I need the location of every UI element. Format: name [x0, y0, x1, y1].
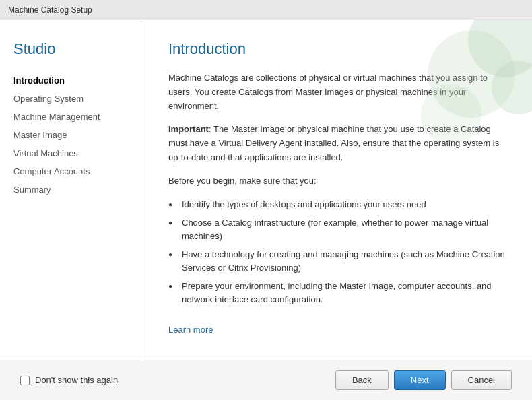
bullet-section: Before you begin, make sure that you: Id… [168, 174, 505, 308]
before-text: Before you begin, make sure that you: [168, 174, 505, 189]
main-content: Introduction Machine Catalogs are collec… [141, 20, 532, 360]
sidebar-item-virtual-machines[interactable]: Virtual Machines [0, 144, 141, 162]
sidebar-item-computer-accounts[interactable]: Computer Accounts [0, 162, 141, 180]
bullet-item: Choose a Catalog infrastructure (for exa… [168, 213, 505, 245]
dont-show-label: Don't show this again [35, 375, 118, 385]
important-paragraph: Important: The Master Image or physical … [168, 123, 505, 164]
sidebar-item-machine-management[interactable]: Machine Management [0, 108, 141, 126]
dont-show-checkbox-label[interactable]: Don't show this again [20, 375, 118, 385]
cancel-button[interactable]: Cancel [451, 370, 512, 390]
sidebar-nav: IntroductionOperating SystemMachine Mana… [0, 71, 141, 199]
intro-paragraph-1: Machine Catalogs are collections of phys… [168, 71, 505, 113]
page-title: Introduction [168, 40, 505, 58]
sidebar-item-summary[interactable]: Summary [0, 180, 141, 199]
dont-show-checkbox[interactable] [20, 376, 30, 385]
learn-more-link[interactable]: Learn more [168, 325, 213, 335]
bullet-item: Have a technology for creating and manag… [168, 245, 505, 277]
bullet-item: Prepare your environment, including the … [168, 277, 505, 308]
important-text: : The Master Image or physical machine t… [168, 124, 499, 162]
sidebar-item-operating-system[interactable]: Operating System [0, 90, 141, 108]
back-button[interactable]: Back [335, 370, 389, 390]
next-button[interactable]: Next [394, 370, 446, 390]
sidebar: Studio IntroductionOperating SystemMachi… [0, 20, 141, 360]
button-group: Back Next Cancel [335, 370, 512, 390]
bullet-list: Identify the types of desktops and appli… [168, 195, 505, 309]
bottom-bar: Don't show this again Back Next Cancel [0, 360, 532, 400]
sidebar-item-master-image[interactable]: Master Image [0, 126, 141, 144]
sidebar-title: Studio [0, 34, 141, 71]
bullet-item: Identify the types of desktops and appli… [168, 195, 505, 214]
important-label: Important [168, 124, 209, 134]
sidebar-item-introduction[interactable]: Introduction [0, 71, 141, 90]
window-title: Machine Catalog Setup [8, 5, 92, 15]
